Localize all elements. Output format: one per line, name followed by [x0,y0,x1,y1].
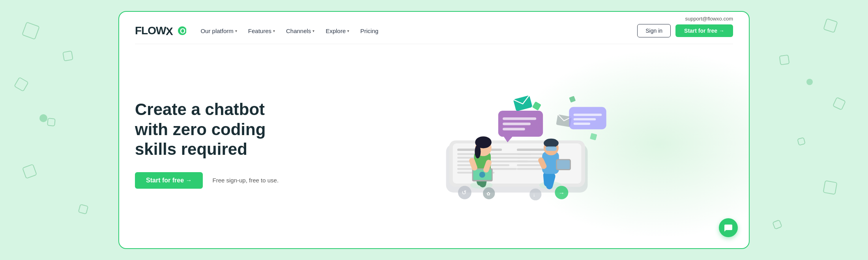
svg-text:X: X [166,25,173,37]
nav-our-platform[interactable]: Our platform ▾ [200,28,237,34]
nav-actions: Sign in Start for free → [637,24,733,37]
svg-rect-45 [503,117,536,120]
nav-explore[interactable]: Explore ▾ [326,28,349,34]
svg-rect-54 [590,133,597,141]
svg-rect-51 [574,123,591,125]
hero-right: ↺ ↓ → ✿ [301,52,733,236]
logo[interactable]: FLOW X O [135,24,186,37]
svg-text:↓: ↓ [533,192,536,198]
svg-text:✿: ✿ [486,191,490,197]
svg-rect-47 [503,128,525,130]
nav-channels[interactable]: Channels ▾ [286,28,314,34]
svg-text:↺: ↺ [462,189,467,196]
chat-fab-button[interactable] [719,218,738,237]
hero-left: Create a chatbot with zero coding skills… [135,100,301,188]
nav-pricing[interactable]: Pricing [360,28,378,34]
svg-text:O: O [180,27,185,35]
support-email: support@flowxo.com [685,16,733,22]
svg-point-28 [479,172,485,178]
svg-text:→: → [559,189,565,196]
start-free-nav-button[interactable]: Start for free → [675,24,733,37]
start-free-hero-button[interactable]: Start for free → [135,172,203,189]
hero-actions: Start for free → Free sign-up, free to u… [135,172,301,189]
chat-icon [724,223,733,232]
hero-title: Create a chatbot with zero coding skills… [135,100,301,159]
navbar: FLOW X O Our platform ▾ Features ▾ Chann… [119,24,749,44]
svg-rect-40 [557,160,570,169]
chevron-down-icon: ▾ [312,29,314,33]
chevron-down-icon: ▾ [235,29,237,33]
chevron-down-icon: ▾ [273,29,275,33]
hero-section: Create a chatbot with zero coding skills… [119,44,749,248]
svg-rect-52 [532,101,541,110]
main-card: support@flowxo.com FLOW X O Our platform… [118,11,750,249]
top-bar: support@flowxo.com [119,12,749,24]
nav-features[interactable]: Features ▾ [248,28,275,34]
svg-point-36 [544,139,559,148]
svg-rect-50 [574,118,596,121]
svg-rect-53 [569,96,576,102]
svg-rect-46 [503,123,531,125]
logo-flow: FLOW [135,24,166,37]
svg-rect-13 [517,149,547,151]
svg-rect-37 [546,147,557,151]
hero-subtext: Free sign-up, free to use. [212,177,279,184]
signin-button[interactable]: Sign in [637,24,671,37]
nav-links: Our platform ▾ Features ▾ Channels ▾ Exp… [200,28,628,34]
svg-rect-49 [574,114,602,116]
svg-point-25 [475,145,481,158]
chevron-down-icon: ▾ [347,29,349,33]
hero-illustration: ↺ ↓ → ✿ [406,77,627,211]
logo-xo-svg: X O [166,25,186,37]
